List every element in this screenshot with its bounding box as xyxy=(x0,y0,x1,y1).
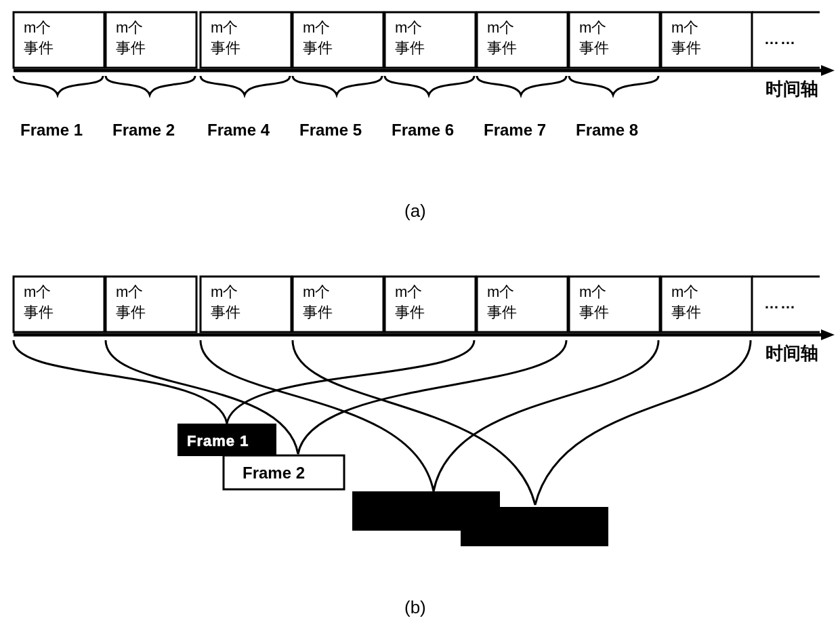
box-b-3-line1: m个 xyxy=(211,283,238,300)
box-b-2-line1: m个 xyxy=(116,283,143,300)
box-a-2-line2: 事件 xyxy=(116,39,146,56)
box-a-4-line1: m个 xyxy=(303,19,330,36)
frame-label-a-3: Frame 4 xyxy=(207,121,270,139)
frame1-box-label: Frame 1 xyxy=(187,432,249,449)
boxes-row-b: m个 事件 m个 事件 m个 事件 m个 事件 m个 事件 m个 事件 m个 事… xyxy=(14,277,820,332)
box-a-2-line1: m个 xyxy=(116,19,143,36)
diagram-root: m个 事件 m个 事件 m个 事件 m个 事件 m个 事件 m个 事件 m个 事… xyxy=(0,0,840,633)
box-b-8-line1: m个 xyxy=(671,283,698,300)
box-b-7-line1: m个 xyxy=(579,283,606,300)
time-axis-b: 时间轴 xyxy=(14,329,835,363)
panel-a-label: (a) xyxy=(404,201,426,221)
box-a-6-line1: m个 xyxy=(487,19,514,36)
box-a-6-line2: 事件 xyxy=(487,39,517,56)
box-b-1-line2: 事件 xyxy=(24,304,54,321)
frame-label-a-1: Frame 1 xyxy=(20,121,83,139)
frame4-box xyxy=(461,507,608,546)
axis-label-a: 时间轴 xyxy=(765,79,818,99)
box-b-3-line2: 事件 xyxy=(211,304,240,321)
box-a-8-line1: m个 xyxy=(671,19,698,36)
box-a-8-line2: 事件 xyxy=(671,39,701,56)
ellipsis-a: …… xyxy=(764,30,797,47)
panel-a: m个 事件 m个 事件 m个 事件 m个 事件 m个 事件 m个 事件 m个 事… xyxy=(14,12,835,221)
box-b-2-line2: 事件 xyxy=(116,304,146,321)
frame-label-a-2: Frame 2 xyxy=(112,121,175,139)
box-a-3-line2: 事件 xyxy=(211,39,240,56)
svg-marker-23 xyxy=(821,329,835,340)
box-a-5-line2: 事件 xyxy=(395,39,425,56)
frame-label-a-7: Frame 8 xyxy=(576,121,638,139)
box-a-1-line2: 事件 xyxy=(24,39,54,56)
box-a-7-line2: 事件 xyxy=(579,39,609,56)
frame1-box: Frame 1 xyxy=(177,424,276,456)
box-b-5-line1: m个 xyxy=(395,283,422,300)
box-a-1-line1: m个 xyxy=(24,19,51,36)
frame2-box: Frame 2 xyxy=(224,455,344,489)
boxes-row-a: m个 事件 m个 事件 m个 事件 m个 事件 m个 事件 m个 事件 m个 事… xyxy=(14,12,820,68)
panel-b: m个 事件 m个 事件 m个 事件 m个 事件 m个 事件 m个 事件 m个 事… xyxy=(14,277,835,617)
box-a-7-line1: m个 xyxy=(579,19,606,36)
frame-label-a-4: Frame 5 xyxy=(299,121,362,139)
ellipsis-b: …… xyxy=(764,295,797,312)
frame-label-a-5: Frame 6 xyxy=(392,121,454,139)
braces-b xyxy=(14,340,751,505)
box-b-6-line2: 事件 xyxy=(487,304,517,321)
panel-b-label: (b) xyxy=(404,597,426,617)
box-b-4-line2: 事件 xyxy=(303,304,333,321)
frame-label-a-6: Frame 7 xyxy=(484,121,546,139)
box-a-5-line1: m个 xyxy=(395,19,422,36)
box-b-6-line1: m个 xyxy=(487,283,514,300)
frame2-box-label: Frame 2 xyxy=(243,464,305,482)
box-b-4-line1: m个 xyxy=(303,283,330,300)
axis-label-b: 时间轴 xyxy=(765,343,818,363)
box-b-5-line2: 事件 xyxy=(395,304,425,321)
box-b-8-line2: 事件 xyxy=(671,304,701,321)
box-b-1-line1: m个 xyxy=(24,283,51,300)
box-a-4-line2: 事件 xyxy=(303,39,333,56)
braces-a xyxy=(14,76,658,95)
svg-marker-11 xyxy=(821,65,835,76)
box-a-3-line1: m个 xyxy=(211,19,238,36)
time-axis-a: 时间轴 xyxy=(14,65,835,99)
frame-labels-a: Frame 1 Frame 2 Frame 4 Frame 5 Frame 6 … xyxy=(20,121,638,139)
box-b-7-line2: 事件 xyxy=(579,304,609,321)
